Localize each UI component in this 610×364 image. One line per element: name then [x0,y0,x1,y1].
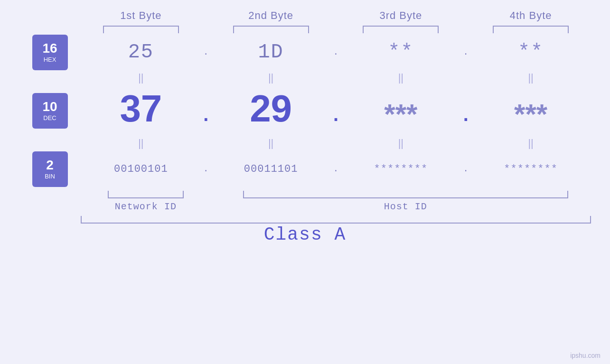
bin-dot-3: . [463,164,469,174]
badge-hex-label: HEX [44,56,56,63]
eq-2: || [268,72,273,84]
class-label: Class A [19,224,591,245]
bin-val-2: 00011101 [244,163,298,175]
bin-val-3: ******** [374,163,428,175]
bracket-top-3 [363,26,439,33]
hex-row: 16 HEX 25 . 1D . ** . ** [19,33,591,71]
class-row: Class A [19,216,591,245]
class-bracket [81,216,591,224]
hex-val-2: 1D [258,41,283,64]
bracket-top-2 [233,26,309,33]
hex-dot-2: . [333,47,338,57]
eq-3: || [398,72,404,84]
hex-dot-3: . [463,47,469,57]
badge-bin-label: BIN [45,173,55,180]
hex-val-4: ** [518,41,544,64]
bottom-brackets-row: Network ID Host ID [19,191,591,212]
eq2-3: || [398,137,404,149]
badge-bin-num: 2 [46,159,54,172]
byte-label-3: 3rd Byte [379,9,422,22]
dec-val-2: 29 [250,87,292,131]
dec-dot-1: . [200,105,212,127]
badge-dec-num: 10 [42,100,57,113]
bracket-top-1 [103,26,179,33]
host-bracket [243,191,568,198]
network-bracket [108,191,184,198]
dec-row: 10 DEC 37 . 29 . *** . *** [19,84,591,137]
bin-val-4: ******** [504,163,558,175]
watermark: ipshu.com [570,352,601,359]
badge-dec-label: DEC [43,114,56,121]
bin-dot-2: . [333,164,338,174]
host-id-label: Host ID [384,201,427,212]
equals-row-2: || || || || [19,137,591,150]
eq-1: || [138,72,143,84]
badge-bin: 2 BIN [32,151,68,187]
badge-hex: 16 HEX [32,35,68,70]
eq2-2: || [268,137,273,149]
eq2-1: || [138,137,143,149]
hex-dot-1: . [203,47,208,57]
hex-val-3: ** [388,41,413,64]
dec-val-4: *** [514,98,547,131]
byte-label-2: 2nd Byte [248,9,293,22]
badge-dec: 10 DEC [32,93,68,129]
dec-val-3: *** [384,98,417,131]
bin-val-1: 00100101 [114,163,168,175]
bracket-top-4 [493,26,569,33]
byte-label-1: 1st Byte [120,9,161,22]
dec-val-1: 37 [120,87,162,131]
eq2-4: || [528,137,533,149]
eq-4: || [528,72,533,84]
dec-dot-2: . [330,105,341,127]
hex-val-1: 25 [128,41,154,64]
dec-dot-3: . [460,105,471,127]
main-container: 1st Byte 2nd Byte 3rd Byte 4th Byte [0,0,610,364]
bin-dot-1: . [203,164,208,174]
badge-hex-num: 16 [42,42,57,55]
network-id-label: Network ID [115,201,177,212]
equals-row-1: || || || || [19,71,591,84]
byte-label-4: 4th Byte [510,9,552,22]
bin-row: 2 BIN 00100101 . 00011101 . ******** . [19,150,591,188]
